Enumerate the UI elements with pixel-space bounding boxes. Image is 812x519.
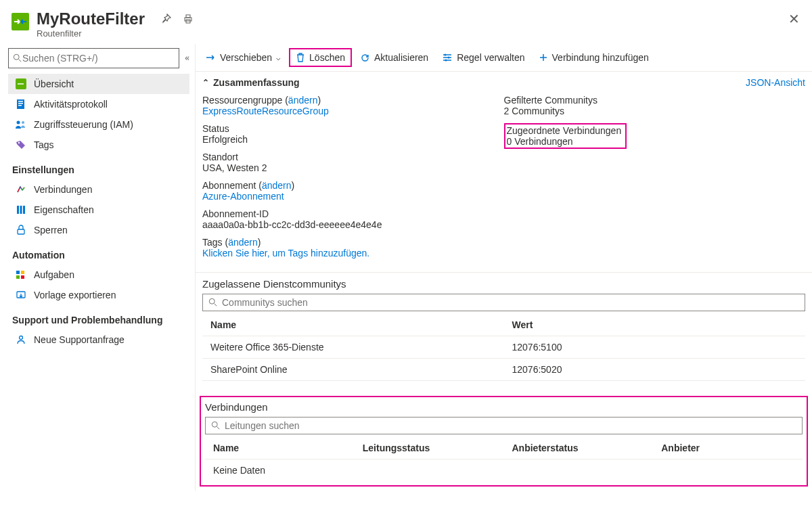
delete-button[interactable]: Löschen: [289, 48, 352, 67]
svg-point-12: [22, 121, 24, 124]
sidebar-item-label: Sperren: [34, 225, 68, 235]
community-value: 12076:5100: [504, 336, 806, 359]
associated-connections-label: Zugeordnete Verbindungen: [507, 125, 622, 136]
manage-rule-icon: [442, 53, 453, 62]
associated-connections-highlight: Zugeordnete Verbindungen 0 Verbindungen: [504, 123, 627, 149]
communities-col-name: Name: [202, 314, 504, 336]
community-name: SharePoint Online: [202, 359, 504, 381]
search-icon: [208, 298, 218, 307]
refresh-button[interactable]: Aktualisieren: [355, 49, 434, 66]
toolbar-label: Regel verwalten: [457, 52, 524, 63]
json-view-link[interactable]: JSON-Ansicht: [746, 77, 805, 88]
communities-search-input[interactable]: [222, 297, 799, 308]
properties-icon: [15, 204, 27, 216]
sidebar-item-iam[interactable]: Zugriffssteuerung (IAM): [8, 114, 189, 135]
sidebar-item-tags[interactable]: Tags: [8, 135, 189, 155]
toolbar-label: Verbindung hinzufügen: [552, 52, 649, 63]
resource-group-change-link[interactable]: ändern: [288, 95, 318, 106]
subscription-value[interactable]: Azure-Abonnement: [202, 191, 504, 202]
communities-table: Name Wert Weitere Office 365-Dienste 120…: [202, 314, 805, 381]
connections-empty: Keine Daten: [205, 459, 803, 482]
svg-rect-10: [18, 105, 22, 106]
sidebar-item-properties[interactable]: Eigenschaften: [8, 200, 189, 220]
table-row[interactable]: SharePoint Online 12076:5020: [202, 359, 805, 381]
toolbar-label: Verschieben: [220, 52, 272, 63]
status-value: Erfolgreich: [202, 134, 504, 145]
sidebar-section-settings: Einstellungen: [12, 164, 189, 175]
sidebar-item-connections[interactable]: Verbindungen: [8, 179, 189, 200]
sidebar-item-export-template[interactable]: Vorlage exportieren: [8, 285, 189, 305]
sidebar-item-new-support[interactable]: Neue Supportanfrage: [8, 330, 189, 350]
pin-icon[interactable]: [161, 14, 172, 26]
svg-point-29: [212, 422, 217, 427]
svg-point-24: [445, 54, 447, 56]
connections-col-name: Name: [205, 437, 355, 459]
svg-rect-0: [12, 13, 29, 30]
tags-add-link[interactable]: Klicken Sie hier, um Tags hinzuzufügen.: [202, 248, 504, 258]
search-icon: [211, 421, 221, 430]
sidebar-item-label: Eigenschaften: [34, 204, 94, 215]
tags-icon: [15, 139, 27, 151]
svg-line-28: [215, 304, 217, 307]
chevron-up-icon: ⌃: [202, 78, 209, 87]
move-button[interactable]: Verschieben ⌵: [200, 49, 286, 66]
tags-change-link[interactable]: ändern: [228, 237, 258, 248]
close-icon[interactable]: ✕: [788, 12, 800, 26]
svg-rect-19: [16, 275, 20, 279]
connections-col-vendor: Anbieter: [653, 437, 803, 459]
connections-table: Name Leitungsstatus Anbieterstatus Anbie…: [205, 437, 803, 481]
associated-connections-value: 0 Verbindungen: [507, 136, 622, 147]
support-icon: [15, 334, 27, 346]
communities-search[interactable]: [202, 294, 805, 311]
summary-body: Ressourcengruppe (ändern) ExpressRouteRe…: [196, 93, 812, 273]
sidebar-item-tasks[interactable]: Aufgaben: [8, 265, 189, 285]
sidebar-item-locks[interactable]: Sperren: [8, 220, 189, 240]
sidebar-search-input[interactable]: [22, 53, 175, 64]
communities-label: Gefilterte Communitys: [504, 95, 806, 106]
connections-icon: [15, 183, 27, 196]
sidebar-collapse-icon[interactable]: «: [185, 53, 189, 64]
sidebar-item-activity-log[interactable]: Aktivitätsprotokoll: [8, 94, 189, 114]
svg-point-26: [445, 60, 447, 62]
svg-rect-16: [23, 206, 25, 214]
connections-col-circuit: Leitungsstatus: [355, 437, 504, 459]
subscription-id-label: Abonnement-ID: [202, 208, 504, 219]
svg-rect-21: [21, 275, 24, 279]
svg-rect-18: [16, 271, 20, 274]
sidebar-item-label: Aktivitätsprotokoll: [34, 99, 108, 110]
sidebar-item-label: Aufgaben: [34, 269, 74, 280]
svg-point-27: [209, 298, 215, 304]
print-icon[interactable]: [183, 14, 194, 26]
connections-col-provider: Anbieterstatus: [504, 437, 654, 459]
sidebar-item-label: Verbindungen: [34, 184, 92, 195]
sidebar: « Übersicht Aktivitätsprotokoll Zugriffs…: [0, 44, 195, 491]
sidebar-section-automation: Automation: [12, 250, 189, 261]
svg-rect-8: [18, 101, 23, 102]
sidebar-item-label: Vorlage exportieren: [34, 290, 116, 300]
summary-heading: Zusammenfassung: [213, 77, 300, 88]
add-connection-button[interactable]: Verbindung hinzufügen: [533, 49, 654, 66]
community-value: 12076:5020: [504, 359, 806, 381]
summary-header[interactable]: ⌃ Zusammenfassung JSON-Ansicht: [196, 72, 812, 93]
sidebar-item-label: Übersicht: [34, 78, 74, 89]
toolbar-label: Löschen: [309, 52, 345, 63]
add-icon: [539, 53, 548, 62]
activity-log-icon: [15, 98, 27, 110]
move-icon: [205, 53, 216, 62]
connections-search[interactable]: [205, 417, 803, 434]
sidebar-item-label: Tags: [34, 139, 54, 150]
tasks-icon: [15, 269, 27, 281]
refresh-icon: [360, 53, 370, 63]
sidebar-search[interactable]: [8, 48, 179, 68]
main-content: Verschieben ⌵ Löschen Aktualisieren Reg: [195, 44, 812, 491]
page-subtitle: Routenfilter: [37, 28, 145, 39]
connections-section: Verbindungen Name Leitungsstatus Anbiete…: [200, 396, 808, 487]
connections-search-input[interactable]: [225, 420, 796, 431]
svg-rect-14: [17, 206, 19, 214]
sidebar-item-overview[interactable]: Übersicht: [8, 74, 189, 94]
manage-rule-button[interactable]: Regel verwalten: [436, 49, 530, 66]
table-row[interactable]: Weitere Office 365-Dienste 12076:5100: [202, 336, 805, 359]
resource-group-value[interactable]: ExpressRouteResourceGroup: [202, 106, 504, 116]
location-value: USA, Westen 2: [202, 162, 504, 173]
subscription-change-link[interactable]: ändern: [262, 180, 292, 191]
